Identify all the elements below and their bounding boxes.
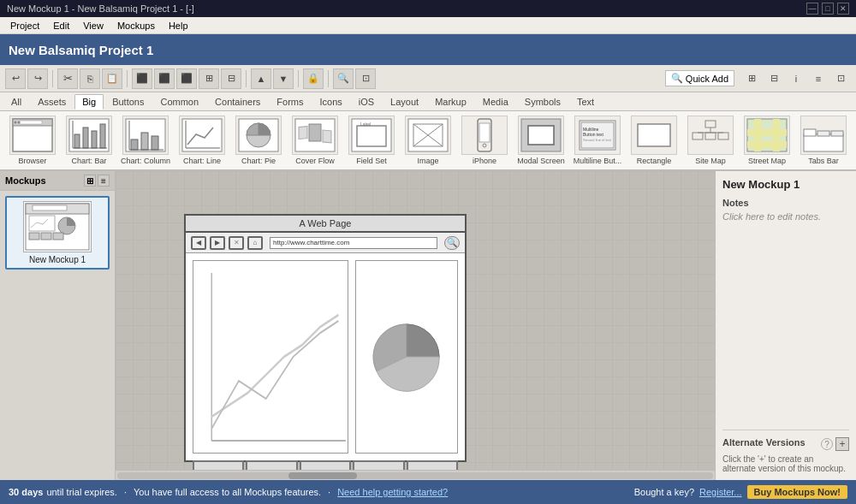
wf-urlbar[interactable]: http://www.charttime.com — [270, 237, 437, 249]
tab-common[interactable]: Common — [152, 94, 206, 110]
tabs-bar-icon — [800, 116, 847, 155]
component-street-map[interactable]: Street Map — [741, 116, 793, 165]
menu-edit[interactable]: Edit — [46, 19, 76, 33]
info-button[interactable]: i — [786, 68, 806, 89]
svg-point-3 — [15, 122, 17, 124]
component-iphone[interactable]: iPhone — [459, 116, 510, 165]
toolbar-separator-1 — [52, 70, 53, 87]
panel-button[interactable]: ≡ — [808, 68, 829, 89]
front-button[interactable]: ▲ — [251, 68, 271, 89]
component-cover-flow[interactable]: Cover Flow — [289, 116, 341, 165]
component-rectangle-label: Rectangle — [628, 157, 680, 165]
component-site-map[interactable]: Site Map — [685, 116, 736, 165]
align-left-button[interactable]: ⬛ — [132, 68, 152, 89]
tab-symbols[interactable]: Symbols — [517, 94, 568, 110]
right-panel: New Mockup 1 Notes Click here to edit no… — [715, 171, 856, 480]
wf-content — [186, 253, 465, 460]
fullscreen-button[interactable]: ⊡ — [830, 68, 851, 89]
tab-markup[interactable]: Markup — [427, 94, 474, 110]
svg-rect-9 — [100, 124, 105, 148]
tab-assets[interactable]: Assets — [30, 94, 74, 110]
buy-button[interactable]: Buy Mockups Now! — [747, 485, 847, 499]
wf-tab-3[interactable] — [300, 460, 351, 470]
tab-buttons[interactable]: Buttons — [104, 94, 152, 110]
component-street-map-label: Street Map — [741, 157, 793, 165]
component-multiline-btn[interactable]: Multiline Button text Second line of tex… — [572, 116, 623, 165]
component-rectangle[interactable]: Rectangle — [628, 116, 680, 165]
copy-button[interactable]: ⎘ — [80, 68, 100, 89]
quick-add-section[interactable]: 🔍 Quick Add — [665, 70, 734, 86]
alt-versions-help-icon[interactable]: ? — [821, 438, 833, 450]
wireframe[interactable]: A Web Page ◀ ▶ ✕ ⌂ http://www.charttime.… — [184, 214, 467, 462]
minimize-button[interactable]: — — [806, 3, 818, 15]
tab-layout[interactable]: Layout — [383, 94, 426, 110]
canvas[interactable]: A Web Page ◀ ▶ ✕ ⌂ http://www.charttime.… — [116, 171, 715, 470]
tab-forms[interactable]: Forms — [269, 94, 311, 110]
mockup-item[interactable]: New Mockup 1 — [5, 196, 110, 270]
align-right-button[interactable]: ⬛ — [176, 68, 197, 89]
title-bar-text: New Mockup 1 - New Balsamiq Project 1 - … — [7, 3, 194, 14]
wf-home-button[interactable]: ⌂ — [247, 236, 263, 250]
canvas-scroll-area[interactable]: A Web Page ◀ ▶ ✕ ⌂ http://www.charttime.… — [116, 171, 715, 470]
wf-back-button[interactable]: ◀ — [191, 236, 206, 250]
tab-icons[interactable]: Icons — [312, 94, 349, 110]
wf-search-button[interactable]: 🔍 — [444, 236, 460, 250]
component-chart-pie[interactable]: Chart: Pie — [233, 116, 284, 165]
toolbar-separator-3 — [246, 70, 247, 87]
panel-icon-button[interactable]: ⊞ — [84, 175, 96, 187]
component-palette: Browser Chart: Bar — [0, 111, 856, 171]
export-button[interactable]: ⊡ — [355, 68, 376, 89]
tab-media[interactable]: Media — [475, 94, 516, 110]
component-chart-line[interactable]: Chart: Line — [176, 116, 228, 165]
wf-tab-5[interactable] — [407, 460, 458, 470]
component-chart-bar[interactable]: Chart: Bar — [63, 116, 115, 165]
canvas-scrollbar-thumb[interactable] — [288, 472, 357, 479]
cut-button[interactable]: ✂ — [57, 68, 78, 89]
component-image[interactable]: Image — [402, 116, 454, 165]
tab-big[interactable]: Big — [74, 94, 104, 110]
left-panel-header: Mockups ⊞ ≡ — [0, 171, 115, 191]
ungroup-button[interactable]: ⊟ — [221, 68, 241, 89]
paste-button[interactable]: 📋 — [102, 68, 122, 89]
tab-containers[interactable]: Containers — [207, 94, 268, 110]
component-field-set[interactable]: Label Field Set — [346, 116, 397, 165]
canvas-scrollbar-h[interactable] — [116, 470, 715, 480]
view-list-button[interactable]: ⊟ — [764, 68, 784, 89]
wf-forward-button[interactable]: ▶ — [210, 236, 225, 250]
mockup-list: New Mockup 1 — [0, 191, 115, 480]
group-button[interactable]: ⊞ — [199, 68, 219, 89]
panel-menu-button[interactable]: ≡ — [98, 175, 110, 187]
close-button[interactable]: ✕ — [837, 3, 849, 15]
maximize-button[interactable]: □ — [822, 3, 834, 15]
tab-text[interactable]: Text — [569, 94, 602, 110]
undo-button[interactable]: ↩ — [5, 68, 26, 89]
chart-bar-icon — [66, 116, 112, 155]
align-center-button[interactable]: ⬛ — [154, 68, 175, 89]
component-browser[interactable]: Browser — [7, 116, 58, 165]
menu-view[interactable]: View — [76, 19, 110, 33]
redo-button[interactable]: ↪ — [27, 68, 48, 89]
tab-ios[interactable]: iOS — [351, 94, 382, 110]
component-tabs-bar[interactable]: Tabs Bar — [798, 116, 849, 165]
chart-line-icon — [179, 116, 225, 155]
wf-tab-4[interactable] — [353, 460, 404, 470]
register-link[interactable]: Register... — [699, 487, 742, 497]
lock-button[interactable]: 🔒 — [303, 68, 324, 89]
wf-close-button[interactable]: ✕ — [229, 236, 244, 250]
alt-versions-header: Alternate Versions ? + — [722, 437, 849, 451]
component-modal-screen[interactable]: Modal Screen — [515, 116, 567, 165]
back-button[interactable]: ▼ — [273, 68, 294, 89]
wf-tab-2[interactable] — [246, 460, 297, 470]
menu-help[interactable]: Help — [162, 19, 195, 33]
wf-tab-1[interactable] — [193, 460, 244, 470]
help-link[interactable]: Need help getting started? — [337, 487, 448, 497]
component-chart-column[interactable]: Chart: Column — [120, 116, 171, 165]
notes-text[interactable]: Click here to edit notes. — [722, 211, 849, 222]
view-grid-button[interactable]: ⊞ — [741, 68, 762, 89]
component-cover-flow-label: Cover Flow — [289, 157, 341, 165]
menu-mockups[interactable]: Mockups — [110, 19, 162, 33]
menu-project[interactable]: Project — [3, 19, 46, 33]
alt-versions-add-button[interactable]: + — [835, 437, 849, 451]
tab-all[interactable]: All — [3, 94, 29, 110]
zoom-button[interactable]: 🔍 — [333, 68, 354, 89]
